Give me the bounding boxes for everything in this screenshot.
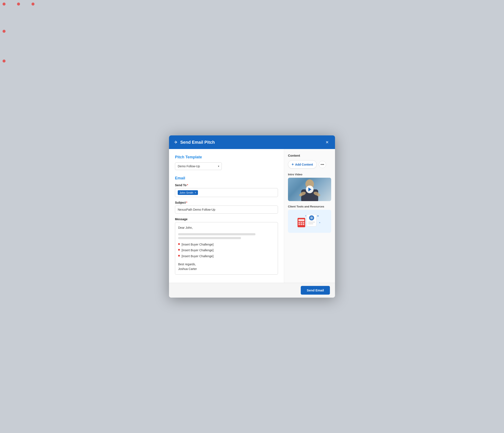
decorative-dot-2 [17, 2, 20, 6]
content-actions-row: + Add Content ••• [288, 160, 331, 169]
intro-video-thumbnail[interactable] [288, 178, 331, 201]
subject-required: * [186, 201, 187, 204]
template-select-wrapper: Demo Follow-Up Introduction Follow-Up Pr… [175, 162, 222, 170]
bullet-dot-2 [178, 249, 180, 251]
svg-rect-18 [303, 224, 304, 225]
modal-wrapper: ✈ Send Email Pitch × Pitch Template Demo… [169, 135, 335, 297]
resources-card[interactable]: ✦ ✦ ✦ [288, 210, 331, 233]
message-greeting: Dear John, [178, 225, 275, 230]
svg-rect-14 [301, 222, 302, 223]
modal-body: Pitch Template Demo Follow-Up Introducti… [169, 149, 335, 283]
svg-point-8 [310, 216, 313, 219]
svg-text:✦: ✦ [319, 222, 321, 224]
pitch-template-select[interactable]: Demo Follow-Up Introduction Follow-Up Pr… [175, 162, 222, 170]
send-to-input[interactable]: John Smith × [175, 188, 278, 197]
decorative-dot-5 [2, 60, 6, 62]
bullet-list: [Insert Buyer Challenge] [Insert Buyer C… [178, 242, 275, 259]
email-section: Email Send To* John Smith × [175, 176, 278, 274]
svg-rect-12 [298, 219, 304, 221]
pitch-template-title: Pitch Template [175, 155, 278, 159]
bullet-item-2: [Insert Buyer Challenge] [178, 248, 275, 252]
left-panel: Pitch Template Demo Follow-Up Introducti… [169, 149, 284, 283]
video-play-button[interactable] [306, 186, 314, 193]
svg-rect-13 [298, 222, 300, 223]
add-content-button[interactable]: + Add Content [288, 160, 317, 169]
modal-close-button[interactable]: × [324, 139, 330, 145]
bullet-dot-3 [178, 255, 180, 257]
modal-header: ✈ Send Email Pitch × [169, 135, 335, 149]
header-left: ✈ Send Email Pitch [174, 140, 215, 145]
modal-footer: Send Email [169, 283, 335, 298]
decorative-dot-4 [2, 30, 6, 33]
more-options-icon: ••• [321, 163, 324, 166]
send-to-label: Send To* [175, 183, 278, 187]
modal-dialog: ✈ Send Email Pitch × Pitch Template Demo… [169, 135, 335, 297]
svg-rect-10 [308, 223, 313, 224]
bullet-item-1: [Insert Buyer Challenge] [178, 242, 275, 247]
intro-video-item: Intro Video [288, 173, 331, 201]
add-content-label: Add Content [295, 163, 313, 166]
svg-point-5 [317, 194, 320, 196]
bullet-dot-1 [178, 243, 180, 245]
recipient-remove-icon[interactable]: × [195, 191, 196, 194]
pitch-template-section: Pitch Template Demo Follow-Up Introducti… [175, 155, 278, 170]
email-section-title: Email [175, 176, 278, 181]
send-pitch-icon: ✈ [174, 140, 178, 145]
play-icon [308, 188, 311, 191]
more-options-button[interactable]: ••• [319, 161, 326, 168]
message-line-2 [178, 237, 241, 239]
svg-text:✦: ✦ [305, 215, 306, 217]
svg-rect-17 [301, 224, 302, 225]
resource-illustration: ✦ ✦ ✦ [296, 213, 324, 230]
subject-field-group: Subject* [175, 201, 278, 214]
message-line-1 [178, 233, 255, 235]
decorative-dot-1 [2, 2, 6, 6]
message-closing: Best regards, [178, 262, 275, 267]
svg-rect-16 [298, 224, 300, 225]
content-panel-title: Content [288, 154, 331, 157]
recipient-tag: John Smith × [178, 190, 198, 195]
send-email-button[interactable]: Send Email [301, 286, 330, 294]
message-label: Message [175, 217, 278, 221]
message-lines [178, 233, 275, 239]
plus-icon: + [292, 162, 294, 167]
resources-item: Client Tools and Resources [288, 205, 331, 233]
modal-title: Send Email Pitch [180, 140, 215, 145]
message-sender: Joshua Carter [178, 267, 275, 271]
decorative-dot-3 [32, 2, 35, 6]
subject-input[interactable] [175, 206, 278, 214]
right-panel: Content + Add Content ••• Intro Video [284, 149, 335, 283]
subject-label: Subject* [175, 201, 278, 204]
svg-rect-15 [303, 222, 304, 223]
intro-video-label: Intro Video [288, 173, 331, 176]
message-area[interactable]: Dear John, [Insert Buyer Challenge] [175, 222, 278, 274]
svg-text:✦: ✦ [317, 214, 319, 218]
recipient-name: John Smith [180, 191, 193, 194]
bullet-item-3: [Insert Buyer Challenge] [178, 254, 275, 259]
svg-rect-9 [308, 222, 315, 223]
svg-point-4 [299, 194, 302, 196]
resources-label: Client Tools and Resources [288, 205, 331, 208]
send-to-field-group: Send To* John Smith × [175, 183, 278, 197]
message-field-group: Message Dear John, [Insert Buyer Challen [175, 217, 278, 274]
send-to-required: * [187, 183, 188, 187]
